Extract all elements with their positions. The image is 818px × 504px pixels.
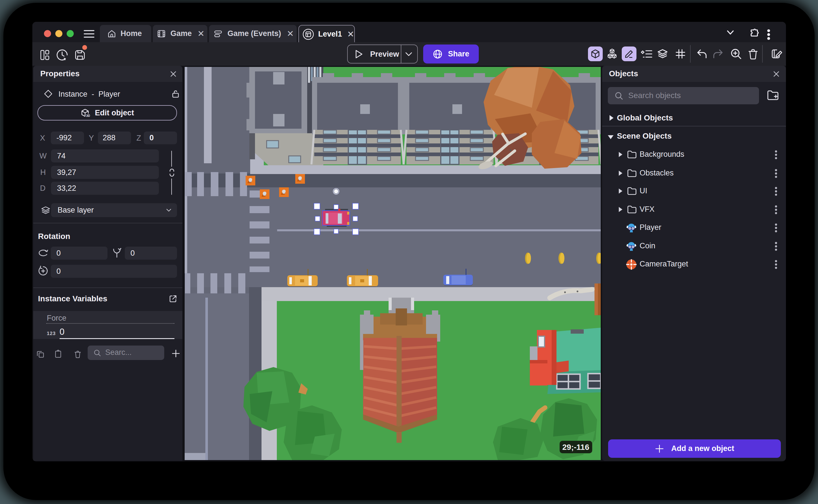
- svg-text:29;-116: 29;-116: [563, 443, 589, 452]
- svg-text:3D: 3D: [86, 114, 90, 117]
